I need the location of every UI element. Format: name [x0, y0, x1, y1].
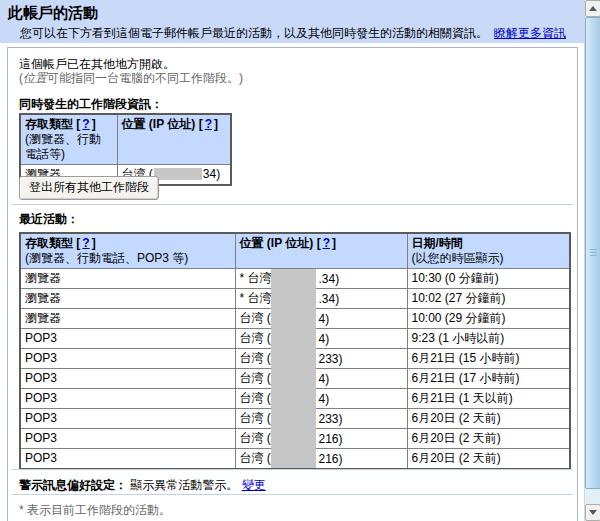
activity-panel: 這個帳戶已在其他地方開啟。 (位置可能指同一台電腦的不同工作階段。) 同時發生的…	[7, 47, 578, 521]
datetime-cell: 10:02 (27 分鐘前)	[407, 289, 570, 309]
datetime-cell: 6月21日 (15 小時前)	[407, 349, 570, 369]
redacted-ip-box	[271, 289, 316, 309]
datetime-cell: 9:23 (1 小時以前)	[407, 329, 570, 349]
section-divider	[12, 469, 573, 470]
access-type-cell: POP3	[20, 389, 235, 409]
learn-more-link[interactable]: 瞭解更多資訊	[494, 26, 566, 40]
location-prefix: 台湾 (	[240, 431, 271, 445]
alert-preference-value: 顯示異常活動警示。	[130, 478, 238, 492]
location-cell: * 台湾.34)	[235, 269, 407, 289]
table-row: 瀏覽器 台湾 (4) 10:00 (29 分鐘前)	[20, 309, 570, 329]
col-datetime: 日期/時間(以您的時區顯示)	[407, 233, 570, 269]
location-help-link[interactable]: ?	[205, 117, 212, 131]
redacted-ip-box	[271, 449, 316, 468]
location-suffix: .34)	[319, 271, 340, 286]
arrow-up-icon	[589, 6, 597, 11]
col-location: 位置 (IP 位址) [?]	[117, 114, 231, 165]
col-access-type-sub: (瀏覽器、行動電話、POP3 等)	[25, 251, 188, 265]
section-divider	[12, 494, 573, 495]
location-prefix: 台湾 (	[240, 391, 271, 405]
access-type-help-link[interactable]: ?	[82, 117, 89, 131]
location-cell: 台湾 (4)	[235, 389, 407, 409]
page-title: 此帳戶的活動	[8, 4, 98, 23]
location-prefix: 台湾 (	[240, 411, 271, 425]
thumb-grip-icon	[590, 249, 597, 257]
redacted-ip-box	[271, 309, 316, 329]
scroll-up-button[interactable]	[585, 0, 600, 17]
bracket-right: ]	[214, 117, 218, 131]
col-access-type-sub: (瀏覽器、行動電話等)	[25, 132, 101, 161]
help-brackets: [?]	[195, 117, 218, 131]
concurrent-header-row: 存取類型 [?](瀏覽器、行動電話等) 位置 (IP 位址) [?]	[20, 114, 231, 165]
col-datetime-title: 日期/時間	[412, 236, 463, 250]
alert-preference-row: 警示訊息偏好設定： 顯示異常活動警示。 變更	[19, 477, 266, 494]
location-suffix: 233)	[319, 351, 343, 366]
redacted-ip-box	[154, 168, 202, 180]
table-row: POP3 台湾 (216) 6月20日 (2 天前)	[20, 429, 570, 449]
change-alert-link[interactable]: 變更	[242, 478, 266, 492]
location-help-link[interactable]: ?	[323, 236, 330, 250]
location-cell: 台湾 (216)	[235, 429, 407, 449]
location-suffix: 216)	[319, 451, 343, 466]
scroll-down-button[interactable]	[585, 504, 600, 521]
access-type-cell: POP3	[20, 409, 235, 429]
bracket-left: [	[317, 236, 321, 250]
alert-preference-label: 警示訊息偏好設定：	[19, 478, 127, 492]
datetime-cell: 6月20日 (2 天前)	[407, 449, 570, 470]
location-cell: 台湾 (233)	[235, 409, 407, 429]
location-prefix: 台湾 (	[240, 351, 271, 365]
location-cell: * 台湾.34)	[235, 289, 407, 309]
table-row: POP3 台湾 (233) 6月20日 (2 天前)	[20, 409, 570, 429]
col-location: 位置 (IP 位址) [?]	[235, 233, 407, 269]
scrollbar-thumb[interactable]	[585, 17, 600, 489]
col-datetime-sub: (以您的時區顯示)	[412, 251, 504, 265]
access-type-cell: POP3	[20, 329, 235, 349]
location-suffix: 34)	[203, 167, 220, 181]
access-type-cell: POP3	[20, 349, 235, 369]
vertical-scrollbar[interactable]	[584, 0, 600, 521]
bracket-left: [	[199, 117, 203, 131]
intro-text: 您可以在下方看到這個電子郵件帳戶最近的活動，以及其他同時發生的活動的相關資訊。瞭…	[20, 25, 566, 42]
location-cell: 台湾 (4)	[235, 329, 407, 349]
location-cell: 台湾 (4)	[235, 309, 407, 329]
arrow-down-icon	[589, 510, 597, 515]
bracket-left: [	[76, 117, 80, 131]
help-brackets: [?]	[313, 236, 336, 250]
datetime-cell: 10:00 (29 分鐘前)	[407, 309, 570, 329]
recent-activity-table: 存取類型 [?](瀏覽器、行動電話、POP3 等) 位置 (IP 位址) [?]…	[19, 232, 571, 470]
section-divider	[12, 204, 573, 205]
location-suffix: 216)	[319, 431, 343, 446]
bracket-left: [	[76, 236, 80, 250]
current-session-footnote: * 表示目前工作階段的活動。	[19, 502, 171, 519]
signout-other-sessions-button[interactable]: 登出所有其他工作階段	[19, 176, 159, 200]
recent-header-row: 存取類型 [?](瀏覽器、行動電話、POP3 等) 位置 (IP 位址) [?]…	[20, 233, 570, 269]
table-row: POP3 台湾 (4) 9:23 (1 小時以前)	[20, 329, 570, 349]
location-suffix: 4)	[319, 391, 330, 406]
table-row: POP3 台湾 (4) 6月21日 (17 小時前)	[20, 369, 570, 389]
table-row: POP3 台湾 (216) 6月20日 (2 天前)	[20, 449, 570, 470]
note-post: 可能指同一台電腦的不同工作階段。)	[47, 71, 243, 85]
location-prefix: * 台湾	[240, 291, 272, 305]
table-row: 瀏覽器 * 台湾.34) 10:30 (0 分鐘前)	[20, 269, 570, 289]
redacted-ip-box	[271, 389, 316, 409]
col-location-title: 位置 (IP 位址)	[122, 117, 196, 131]
recent-activity-heading: 最近活動：	[19, 211, 79, 228]
redacted-ip-box	[271, 269, 316, 289]
bracket-right: ]	[332, 236, 336, 250]
location-suffix: .34)	[319, 291, 340, 306]
access-type-help-link[interactable]: ?	[82, 236, 89, 250]
session-note: (位置可能指同一台電腦的不同工作階段。)	[19, 70, 243, 87]
table-row: 瀏覽器 * 台湾.34) 10:02 (27 分鐘前)	[20, 289, 570, 309]
redacted-ip-box	[271, 409, 316, 429]
location-cell: 台湾 (216)	[235, 449, 407, 470]
table-row: POP3 台湾 (4) 6月21日 (1 天以前)	[20, 389, 570, 409]
location-prefix: 台湾 (	[240, 311, 271, 325]
datetime-cell: 6月20日 (2 天前)	[407, 409, 570, 429]
datetime-cell: 6月21日 (17 小時前)	[407, 369, 570, 389]
redacted-ip-box	[271, 329, 316, 349]
datetime-cell: 10:30 (0 分鐘前)	[407, 269, 570, 289]
col-access-type-title: 存取類型	[25, 117, 73, 131]
datetime-cell: 6月21日 (1 天以前)	[407, 389, 570, 409]
location-suffix: 4)	[319, 311, 330, 326]
header-band: 此帳戶的活動 您可以在下方看到這個電子郵件帳戶最近的活動，以及其他同時發生的活動…	[0, 0, 584, 43]
